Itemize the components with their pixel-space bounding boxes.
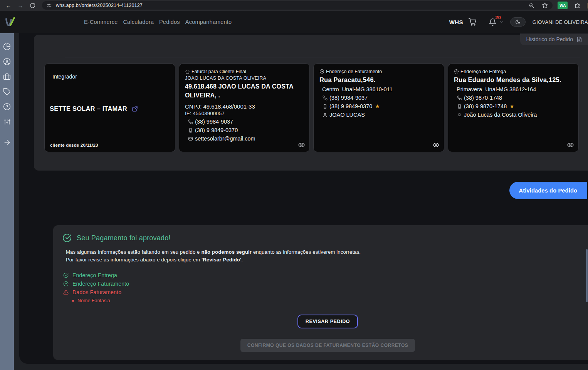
eye-icon[interactable] [298, 142, 305, 148]
extensions-puzzle-icon[interactable] [574, 2, 581, 9]
billing-street: Rua Paracatu,546. [319, 75, 438, 84]
checklist-item-billing-data: Dados Faturamento [63, 288, 588, 296]
panel-divider [65, 57, 580, 57]
wa-extension-icon[interactable]: WA [558, 2, 568, 9]
favorite-star-icon: ★ [375, 103, 380, 109]
mail-icon [188, 136, 193, 141]
moon-icon [515, 19, 521, 25]
message-text: Mas algumas informações estão faltando e… [66, 249, 201, 255]
cart-icon[interactable] [469, 18, 477, 26]
billing-contact: JOAO LUCAS [329, 112, 365, 118]
help-icon[interactable] [3, 102, 11, 111]
mobile-icon [188, 128, 193, 133]
checklist-label: Endereço Entrega [72, 271, 117, 280]
notifications-bell[interactable]: 20 [489, 18, 497, 26]
message-bold: 'Revisar Pedido' [202, 257, 241, 263]
bookmark-star-icon[interactable] [542, 2, 548, 8]
billing-mobile: (38) 9 9849-0370 [329, 103, 372, 109]
url-text[interactable]: whs.app.br/orders/20250214-41120127 [56, 3, 143, 8]
menu-item-acompanhamento[interactable]: Acompanhamento [185, 17, 232, 27]
app-navbar: E-Commerce Calculadora Pedidos Acompanha… [0, 11, 588, 33]
checklist-item-billing-address: Endereço Faturamento [63, 280, 588, 288]
delivery-address-header: Endereço de Entrega [460, 69, 506, 74]
billing-address-header: Endereço de Faturamento [326, 69, 382, 74]
menu-item-pedidos[interactable]: Pedidos [159, 17, 180, 27]
review-order-button[interactable]: REVISAR PEDIDO [297, 315, 358, 328]
order-history-button[interactable]: Histórico do Pedido [520, 33, 588, 45]
bullet-icon [72, 300, 74, 302]
order-info-panel: Histórico do Pedido Integrador SETTE SOL… [34, 35, 588, 171]
home-icon [185, 69, 190, 74]
user-account-icon[interactable] [3, 57, 11, 66]
phone-icon [188, 119, 193, 124]
map-pin-icon [319, 69, 324, 74]
confirm-billing-data-button[interactable]: CONFIRMO QUE OS DADOS DE FATURAMENTO EST… [240, 339, 415, 352]
message-text: enquanto as informações estiverem incorr… [252, 249, 361, 255]
check-circle-icon [62, 233, 72, 243]
chevron-down-icon[interactable] [499, 20, 504, 24]
dark-mode-toggle[interactable] [510, 17, 526, 27]
delivery-address-card: Endereço de Entrega Rua Eduardo Mendes d… [448, 64, 579, 152]
sliders-icon[interactable] [3, 117, 11, 126]
whs-label: WHS [449, 19, 463, 25]
delivery-street: Rua Eduardo Mendes da Silva,125. [454, 75, 573, 84]
site-info-icon[interactable] [47, 3, 52, 8]
billing-customer-header: Faturar para Cliente Final [192, 69, 246, 74]
message-text: Por favor revise as informações abaixo e… [66, 257, 202, 263]
delivery-mobile: (38) 9 9870-1748 [464, 103, 507, 109]
scrollbar-thumb[interactable] [586, 249, 588, 302]
customer-phone: (38) 9984-9037 [195, 119, 233, 125]
customer-email: settesolarbr@gmail.com [195, 136, 255, 142]
mobile-icon [323, 104, 328, 109]
user-name[interactable]: GIOVANI DE OLIVEIRA [533, 19, 588, 25]
browser-back-button[interactable]: ← [5, 2, 12, 9]
expand-sidebar-icon[interactable] [3, 138, 11, 146]
browser-toolbar: ← → whs.app.br/orders/20250214-41120127 … [0, 0, 588, 11]
eye-icon[interactable] [433, 142, 439, 148]
address-bar[interactable]: whs.app.br/orders/20250214-41120127 [42, 1, 553, 10]
error-detail-label: Nome Fantasia [77, 297, 110, 305]
checklist-label: Dados Faturamento [72, 288, 121, 296]
checklist-item-delivery-address: Endereço Entrega [63, 271, 588, 280]
message-text: . [241, 257, 243, 263]
payment-approved-title: Seu Pagamento foi aprovado! [77, 234, 171, 242]
integrator-card: Integrador SETTE SOLAR – ITAMAR cliente … [44, 64, 175, 152]
order-cards-row: Integrador SETTE SOLAR – ITAMAR cliente … [44, 64, 579, 152]
company-name: 49.618.468 JOAO LUCAS DA COSTA OLIVEIRA,… [185, 82, 304, 100]
zoom-icon[interactable] [529, 3, 534, 8]
customer-name: JOAO LUCAS DA COSTA OLIVEIRA [185, 75, 304, 81]
external-link-icon[interactable] [132, 106, 138, 112]
delivery-neighborhood: Primavera [457, 86, 482, 92]
delivery-phone: (38) 9870-1748 [464, 95, 502, 101]
mobile-icon [457, 104, 462, 109]
client-since: cliente desde 20/11/23 [50, 143, 98, 147]
browser-forward-button[interactable]: → [17, 2, 24, 9]
integrator-name: SETTE SOLAR – ITAMAR [50, 105, 127, 112]
menu-item-calculadora[interactable]: Calculadora [123, 17, 154, 27]
billing-address-card: Endereço de Faturamento Rua Paracatu,546… [313, 64, 444, 152]
eye-icon[interactable] [567, 142, 574, 148]
nav-right-group: WHS 20 GIOVANI DE OLIVEIRA [449, 17, 588, 27]
billing-phone: (38) 9984-9037 [329, 95, 368, 101]
check-circle-icon [63, 281, 69, 286]
tag-icon[interactable] [3, 87, 11, 96]
main-menu: E-Commerce Calculadora Pedidos Acompanha… [84, 17, 232, 27]
billing-customer-card: Faturar para Cliente Final JOAO LUCAS DA… [179, 64, 310, 152]
order-activities-button[interactable]: Atividades do Pedido [509, 182, 587, 199]
menu-item-ecommerce[interactable]: E-Commerce [84, 17, 118, 27]
order-history-label: Histórico do Pedido [526, 36, 573, 42]
phone-icon [323, 95, 328, 100]
briefcase-icon[interactable] [3, 72, 11, 81]
person-icon [323, 112, 328, 117]
integrator-label: Integrador [52, 74, 169, 80]
cnpj: CNPJ: 49.618.468/0001-33 [185, 103, 304, 110]
pie-chart-icon[interactable] [3, 42, 11, 51]
checklist-label: Endereço Faturamento [72, 280, 129, 288]
delivery-city: Unaí-MG 38612-164 [485, 86, 536, 92]
billing-neighborhood: Centro [322, 86, 339, 92]
ie: IE: 45503900057 [185, 110, 304, 116]
validation-checklist: Endereço Entrega Endereço Faturamento Da… [63, 271, 588, 305]
whs-logo-icon[interactable] [5, 16, 19, 28]
browser-reload-button[interactable] [29, 2, 36, 9]
checklist-error-detail: Nome Fantasia [72, 297, 588, 305]
